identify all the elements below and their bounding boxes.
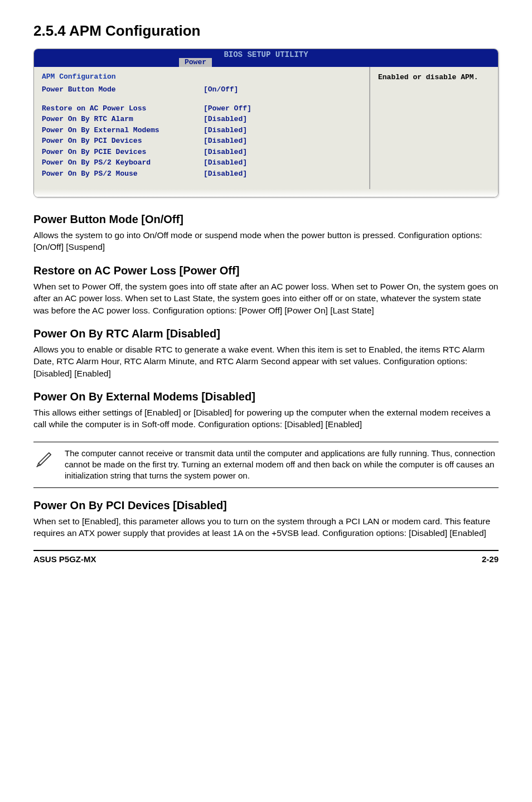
bios-help-text: Enabled or disable APM. — [378, 73, 490, 83]
bios-row-value: [Disabled] — [204, 157, 247, 168]
bios-row: Power On By RTC Alarm [Disabled] — [42, 114, 361, 125]
page-footer: ASUS P5GZ-MX 2-29 — [33, 550, 499, 564]
bios-row-label: Power On By External Modems — [42, 125, 204, 136]
bios-row: Power On By PCI Devices [Disabled] — [42, 136, 361, 147]
bios-screenshot: BIOS SETUP UTILITY Power APM Configurati… — [33, 49, 499, 197]
spacer — [42, 95, 361, 103]
bios-row: Power On By PCIE Devices [Disabled] — [42, 147, 361, 158]
bios-row-value: [Power Off] — [204, 103, 252, 114]
subheading-external-modems: Power On By External Modems [Disabled] — [33, 390, 499, 403]
bios-row-label: Restore on AC Power Loss — [42, 103, 204, 114]
bios-row-value: [Disabled] — [204, 125, 247, 136]
bios-tab-power: Power — [179, 58, 212, 67]
bios-row-label: Power Button Mode — [42, 84, 204, 95]
bios-row-value: [Disabled] — [204, 147, 247, 158]
footer-right: 2-29 — [482, 554, 499, 564]
bios-row-label: Power On By PCI Devices — [42, 136, 204, 147]
bios-left-pane: APM Configuration Power Button Mode [On/… — [34, 67, 370, 189]
bios-row: Power On By PS/2 Mouse [Disabled] — [42, 168, 361, 180]
note-block: The computer cannot receive or transmit … — [33, 442, 499, 488]
paragraph: Allows you to enable or disable RTC to g… — [33, 344, 499, 379]
bios-header-title: BIOS SETUP UTILITY — [34, 50, 498, 59]
bios-row-value: [Disabled] — [204, 114, 247, 125]
paragraph: When set to [Enabled], this parameter al… — [33, 515, 499, 539]
fade — [34, 189, 498, 197]
bios-row: Restore on AC Power Loss [Power Off] — [42, 103, 361, 114]
bios-right-pane: Enabled or disable APM. — [370, 67, 498, 189]
footer-left: ASUS P5GZ-MX — [33, 554, 96, 564]
paragraph: This allows either settings of [Enabled]… — [33, 407, 499, 431]
subheading-rtc-alarm: Power On By RTC Alarm [Disabled] — [33, 327, 499, 340]
bios-row-value: [Disabled] — [204, 136, 247, 147]
bios-row-label: Power On By PS/2 Keyboard — [42, 157, 204, 168]
bios-header: BIOS SETUP UTILITY Power — [34, 49, 498, 67]
bios-row-value: [Disabled] — [204, 168, 247, 180]
bios-row-label: Power On By RTC Alarm — [42, 114, 204, 125]
bios-row-value: [On/Off] — [204, 84, 238, 95]
note-text: The computer cannot receive or transmit … — [65, 448, 496, 482]
paragraph: Allows the system to go into On/Off mode… — [33, 229, 499, 253]
bios-row-label: Power On By PCIE Devices — [42, 147, 204, 158]
bios-row: Power Button Mode [On/Off] — [42, 84, 361, 95]
subheading-power-button-mode: Power Button Mode [On/Off] — [33, 213, 499, 226]
section-heading: 2.5.4 APM Configuration — [33, 22, 499, 40]
bios-section-title: APM Configuration — [42, 73, 361, 81]
bios-body: APM Configuration Power Button Mode [On/… — [34, 67, 498, 189]
subheading-restore-ac: Restore on AC Power Loss [Power Off] — [33, 264, 499, 277]
bios-row: Power On By PS/2 Keyboard [Disabled] — [42, 157, 361, 168]
subheading-pci-devices: Power On By PCI Devices [Disabled] — [33, 499, 499, 512]
paragraph: When set to Power Off, the system goes i… — [33, 281, 499, 316]
bios-row: Power On By External Modems [Disabled] — [42, 125, 361, 136]
pencil-note-icon — [36, 449, 55, 468]
bios-row-label: Power On By PS/2 Mouse — [42, 168, 204, 180]
